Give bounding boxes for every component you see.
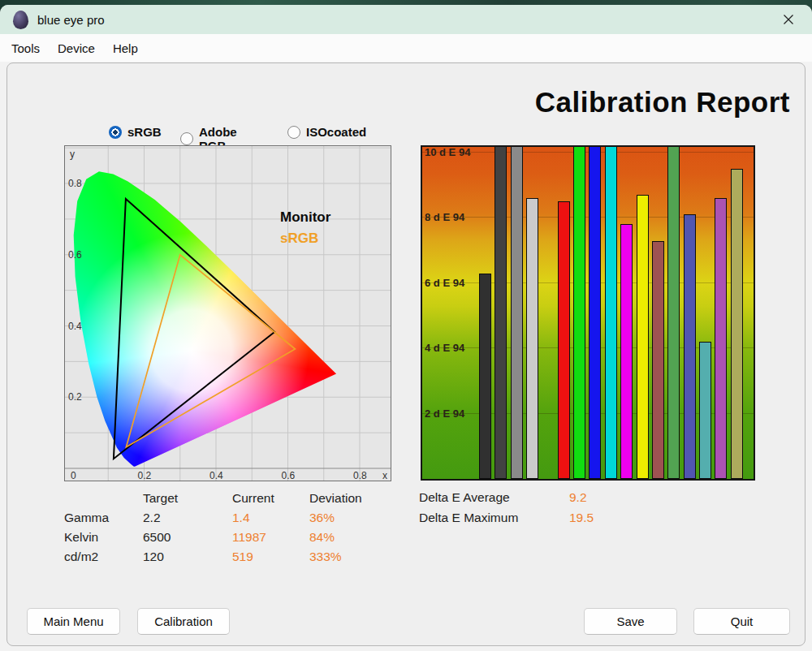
close-icon[interactable]: [778, 10, 799, 29]
gamma-current: 1.4: [232, 508, 309, 528]
delta-e-bar: [479, 274, 491, 479]
cdm2-deviation: 333%: [309, 547, 399, 567]
delta-e-bar: [605, 147, 617, 479]
delta-e-bar: [715, 198, 727, 479]
delta-e-bar: [637, 195, 649, 479]
delta-e-bar: [620, 224, 633, 479]
delta-e-bar: [511, 147, 523, 479]
delta-e-bar: [526, 198, 538, 479]
y-tick-label: 0.8: [68, 178, 82, 189]
desktop: { "window": { "title": "blue eye pro" },…: [0, 0, 812, 651]
chromaticity-diagram: Monitor sRGB 00.20.40.60.80.20.40.60.8yx: [64, 145, 391, 481]
bar-tick-label: 6 d E 94: [425, 277, 464, 289]
y-tick-label: 0.4: [68, 321, 82, 332]
delta-e-bar: [652, 241, 664, 479]
delta-e-bar: [699, 342, 711, 479]
x-tick-label: 0.2: [138, 470, 152, 481]
delta-e-bar: [573, 147, 585, 479]
delta-e-bar: [667, 147, 680, 479]
x-tick-label: 0: [71, 470, 76, 481]
title-bar: blue eye pro: [0, 5, 812, 34]
delta-e-maximum-row: Delta E Maximum 19.5: [419, 508, 594, 528]
delta-e-maximum-label: Delta E Maximum: [419, 508, 569, 528]
page-title: Calibration Report: [535, 86, 790, 119]
kelvin-current: 11987: [232, 528, 309, 547]
bar-tick-label: 2 d E 94: [425, 407, 464, 420]
window-title: blue eye pro: [37, 13, 105, 27]
y-axis-letter: y: [70, 149, 75, 160]
row-label-gamma: Gamma: [64, 508, 143, 528]
gamma-target: 2.2: [143, 508, 232, 528]
delta-e-average-row: Delta E Average 9.2: [419, 488, 594, 508]
y-tick-label: 0.6: [68, 249, 82, 261]
gamma-deviation: 36%: [309, 508, 399, 528]
results-table: Target Current Deviation Gamma 2.2 1.4 3…: [64, 489, 399, 567]
delta-e-average-label: Delta E Average: [419, 488, 569, 508]
y-tick-label: 0.2: [68, 391, 82, 403]
app-icon: [13, 11, 28, 29]
cdm2-target: 120: [143, 547, 232, 567]
bar-tick-label: 8 d E 94: [425, 211, 464, 223]
main-menu-button[interactable]: Main Menu: [27, 608, 120, 635]
table-corner: [64, 489, 143, 508]
delta-e-bar: [558, 201, 570, 479]
col-header-deviation: Deviation: [309, 489, 399, 508]
x-tick-label: 0.6: [282, 470, 296, 481]
legend-monitor: Monitor: [280, 207, 330, 228]
row-label-cdm2: cd/m2: [64, 547, 143, 567]
radio-isocoated-label: ISOcoated: [306, 125, 366, 139]
calibration-button[interactable]: Calibration: [137, 608, 230, 635]
delta-e-bar: [684, 214, 696, 479]
gamut-legend: Monitor sRGB: [280, 207, 330, 249]
bar-tick-line: [422, 152, 754, 153]
menu-device[interactable]: Device: [49, 37, 104, 59]
radio-srgb-label: sRGB: [127, 125, 162, 139]
legend-srgb: sRGB: [280, 228, 330, 249]
menu-tools[interactable]: Tools: [2, 37, 49, 59]
radio-srgb-icon: [109, 126, 122, 139]
x-tick-label: 0.4: [209, 470, 223, 481]
menu-bar: Tools Device Help: [0, 34, 812, 62]
save-button[interactable]: Save: [584, 608, 677, 635]
col-header-current: Current: [232, 489, 309, 508]
report-panel: Calibration Report sRGB Adobe RGB ISOcoa…: [6, 63, 806, 646]
bar-tick-label: 10 d E 94: [425, 146, 470, 158]
app-window: blue eye pro Tools Device Help Calibrati…: [0, 5, 812, 651]
row-label-kelvin: Kelvin: [64, 528, 143, 547]
delta-e-bar: [731, 169, 743, 479]
kelvin-deviation: 84%: [309, 528, 399, 547]
menu-help[interactable]: Help: [104, 37, 147, 59]
delta-e-bar-chart: 10 d E 948 d E 946 d E 944 d E 942 d E 9…: [421, 145, 755, 481]
delta-e-bar: [589, 147, 601, 479]
cdm2-current: 519: [232, 547, 309, 567]
bar-tick-line: [422, 217, 754, 218]
radio-adobe-rgb-icon: [180, 132, 193, 145]
delta-e-bar: [495, 147, 507, 479]
quit-button[interactable]: Quit: [693, 608, 790, 635]
radio-isocoated-icon: [287, 126, 300, 139]
x-tick-label: 0.8: [353, 470, 367, 481]
delta-e-average-value: 9.2: [569, 488, 587, 508]
bar-tick-line: [422, 282, 754, 283]
delta-e-summary: Delta E Average 9.2 Delta E Maximum 19.5: [419, 488, 594, 528]
delta-e-maximum-value: 19.5: [569, 508, 594, 528]
radio-isocoated[interactable]: ISOcoated: [287, 125, 366, 139]
gamut-triangles: [65, 146, 391, 481]
bar-tick-label: 4 d E 94: [425, 342, 464, 354]
radio-srgb[interactable]: sRGB: [109, 125, 162, 139]
kelvin-target: 6500: [143, 528, 232, 547]
x-axis-letter: x: [382, 470, 387, 481]
col-header-target: Target: [143, 489, 232, 508]
